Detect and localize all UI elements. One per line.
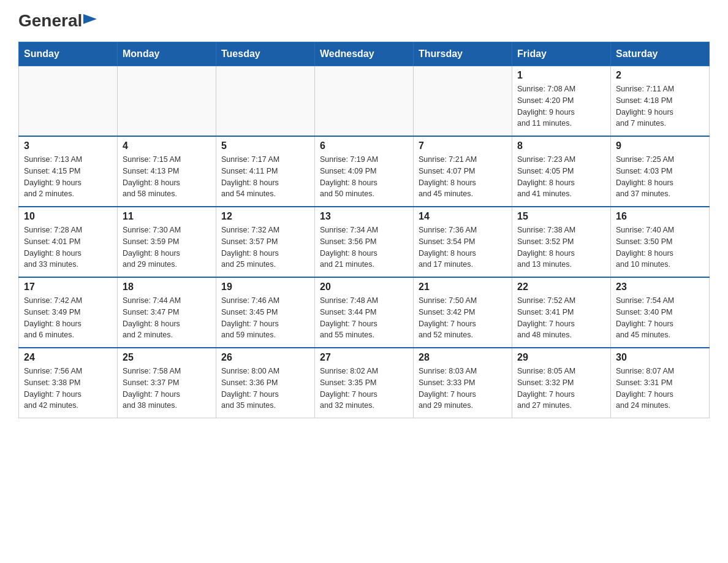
calendar-cell: 18Sunrise: 7:44 AMSunset: 3:47 PMDayligh… [118,277,216,348]
day-number: 3 [24,140,112,151]
day-number: 6 [320,140,408,151]
calendar-cell: 29Sunrise: 8:05 AMSunset: 3:32 PMDayligh… [512,348,611,418]
calendar-cell: 7Sunrise: 7:21 AMSunset: 4:07 PMDaylight… [414,136,512,207]
calendar-cell: 20Sunrise: 7:48 AMSunset: 3:44 PMDayligh… [315,277,414,348]
day-number: 29 [517,352,605,363]
day-number: 28 [419,352,507,363]
day-info: Sunrise: 8:00 AMSunset: 3:36 PMDaylight:… [221,366,309,412]
calendar-cell [315,66,414,137]
day-info: Sunrise: 7:30 AMSunset: 3:59 PMDaylight:… [123,224,211,270]
day-info: Sunrise: 7:40 AMSunset: 3:50 PMDaylight:… [616,224,704,270]
day-number: 26 [221,352,309,363]
calendar-cell: 27Sunrise: 8:02 AMSunset: 3:35 PMDayligh… [315,348,414,418]
calendar-cell: 12Sunrise: 7:32 AMSunset: 3:57 PMDayligh… [216,207,315,277]
day-number: 27 [320,352,408,363]
day-info: Sunrise: 7:50 AMSunset: 3:42 PMDaylight:… [419,295,507,341]
svg-marker-0 [83,14,97,24]
day-number: 4 [123,140,211,151]
calendar-cell: 21Sunrise: 7:50 AMSunset: 3:42 PMDayligh… [414,277,512,348]
day-info: Sunrise: 7:08 AMSunset: 4:20 PMDaylight:… [517,83,605,129]
day-number: 1 [517,70,605,81]
weekday-header-saturday: Saturday [611,42,710,66]
day-info: Sunrise: 8:07 AMSunset: 3:31 PMDaylight:… [616,366,704,412]
day-number: 23 [616,282,704,293]
calendar-week-row: 24Sunrise: 7:56 AMSunset: 3:38 PMDayligh… [19,348,710,418]
day-number: 2 [616,70,704,81]
day-info: Sunrise: 7:54 AMSunset: 3:40 PMDaylight:… [616,295,704,341]
calendar-cell: 11Sunrise: 7:30 AMSunset: 3:59 PMDayligh… [118,207,216,277]
calendar-cell: 3Sunrise: 7:13 AMSunset: 4:15 PMDaylight… [19,136,118,207]
day-number: 7 [419,140,507,151]
day-number: 17 [24,282,112,293]
day-info: Sunrise: 7:44 AMSunset: 3:47 PMDaylight:… [123,295,211,341]
day-info: Sunrise: 7:38 AMSunset: 3:52 PMDaylight:… [517,224,605,270]
day-info: Sunrise: 7:56 AMSunset: 3:38 PMDaylight:… [24,366,112,412]
day-number: 22 [517,282,605,293]
calendar-cell: 15Sunrise: 7:38 AMSunset: 3:52 PMDayligh… [512,207,611,277]
calendar-cell: 16Sunrise: 7:40 AMSunset: 3:50 PMDayligh… [611,207,710,277]
calendar-week-row: 1Sunrise: 7:08 AMSunset: 4:20 PMDaylight… [19,66,710,137]
calendar-week-row: 17Sunrise: 7:42 AMSunset: 3:49 PMDayligh… [19,277,710,348]
day-number: 30 [616,352,704,363]
day-number: 9 [616,140,704,151]
day-info: Sunrise: 7:58 AMSunset: 3:37 PMDaylight:… [123,366,211,412]
day-info: Sunrise: 7:19 AMSunset: 4:09 PMDaylight:… [320,154,408,200]
calendar-cell: 4Sunrise: 7:15 AMSunset: 4:13 PMDaylight… [118,136,216,207]
day-number: 15 [517,211,605,222]
day-info: Sunrise: 7:34 AMSunset: 3:56 PMDaylight:… [320,224,408,270]
day-info: Sunrise: 7:42 AMSunset: 3:49 PMDaylight:… [24,295,112,341]
calendar-header-row: SundayMondayTuesdayWednesdayThursdayFrid… [19,42,710,66]
logo: General [18,12,97,29]
calendar-cell: 25Sunrise: 7:58 AMSunset: 3:37 PMDayligh… [118,348,216,418]
day-number: 20 [320,282,408,293]
calendar-cell: 19Sunrise: 7:46 AMSunset: 3:45 PMDayligh… [216,277,315,348]
day-info: Sunrise: 8:02 AMSunset: 3:35 PMDaylight:… [320,366,408,412]
calendar-cell: 28Sunrise: 8:03 AMSunset: 3:33 PMDayligh… [414,348,512,418]
weekday-header-tuesday: Tuesday [216,42,315,66]
day-number: 24 [24,352,112,363]
calendar-cell: 24Sunrise: 7:56 AMSunset: 3:38 PMDayligh… [19,348,118,418]
day-number: 16 [616,211,704,222]
calendar-cell: 30Sunrise: 8:07 AMSunset: 3:31 PMDayligh… [611,348,710,418]
day-number: 25 [123,352,211,363]
day-info: Sunrise: 7:11 AMSunset: 4:18 PMDaylight:… [616,83,704,129]
day-info: Sunrise: 7:32 AMSunset: 3:57 PMDaylight:… [221,224,309,270]
day-number: 5 [221,140,309,151]
day-info: Sunrise: 7:17 AMSunset: 4:11 PMDaylight:… [221,154,309,200]
calendar-cell [19,66,118,137]
day-info: Sunrise: 7:23 AMSunset: 4:05 PMDaylight:… [517,154,605,200]
day-info: Sunrise: 7:28 AMSunset: 4:01 PMDaylight:… [24,224,112,270]
day-info: Sunrise: 7:36 AMSunset: 3:54 PMDaylight:… [419,224,507,270]
calendar-cell: 22Sunrise: 7:52 AMSunset: 3:41 PMDayligh… [512,277,611,348]
day-number: 12 [221,211,309,222]
weekday-header-wednesday: Wednesday [315,42,414,66]
weekday-header-thursday: Thursday [414,42,512,66]
calendar-cell: 13Sunrise: 7:34 AMSunset: 3:56 PMDayligh… [315,207,414,277]
day-info: Sunrise: 7:15 AMSunset: 4:13 PMDaylight:… [123,154,211,200]
logo-triangle-icon [83,14,97,28]
weekday-header-friday: Friday [512,42,611,66]
day-number: 8 [517,140,605,151]
calendar-cell [118,66,216,137]
calendar-cell: 2Sunrise: 7:11 AMSunset: 4:18 PMDaylight… [611,66,710,137]
day-info: Sunrise: 8:05 AMSunset: 3:32 PMDaylight:… [517,366,605,412]
day-info: Sunrise: 7:48 AMSunset: 3:44 PMDaylight:… [320,295,408,341]
calendar-cell: 1Sunrise: 7:08 AMSunset: 4:20 PMDaylight… [512,66,611,137]
calendar-cell: 10Sunrise: 7:28 AMSunset: 4:01 PMDayligh… [19,207,118,277]
calendar-week-row: 3Sunrise: 7:13 AMSunset: 4:15 PMDaylight… [19,136,710,207]
day-number: 11 [123,211,211,222]
day-info: Sunrise: 7:21 AMSunset: 4:07 PMDaylight:… [419,154,507,200]
day-info: Sunrise: 7:52 AMSunset: 3:41 PMDaylight:… [517,295,605,341]
logo-text: General [18,12,82,29]
day-info: Sunrise: 7:46 AMSunset: 3:45 PMDaylight:… [221,295,309,341]
day-number: 18 [123,282,211,293]
calendar-cell: 8Sunrise: 7:23 AMSunset: 4:05 PMDaylight… [512,136,611,207]
day-number: 14 [419,211,507,222]
calendar-cell [414,66,512,137]
page-header: General [18,12,710,29]
day-number: 19 [221,282,309,293]
calendar-cell: 17Sunrise: 7:42 AMSunset: 3:49 PMDayligh… [19,277,118,348]
day-number: 10 [24,211,112,222]
weekday-header-monday: Monday [118,42,216,66]
day-info: Sunrise: 8:03 AMSunset: 3:33 PMDaylight:… [419,366,507,412]
